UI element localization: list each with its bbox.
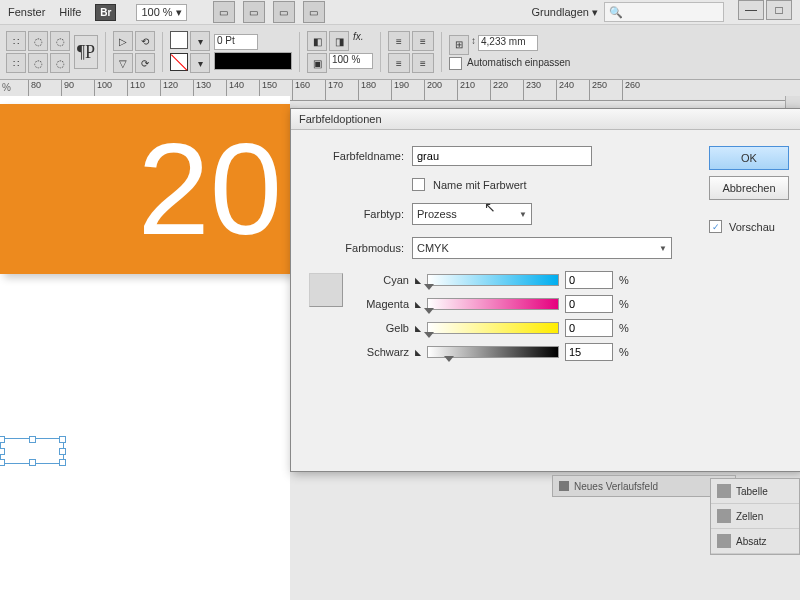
search-input[interactable]: 🔍	[604, 2, 724, 22]
stroke-weight-input[interactable]: 0 Pt	[214, 34, 258, 50]
ruler-unit: %	[2, 82, 11, 93]
tool-b2[interactable]: ◌	[28, 53, 48, 73]
yellow-label: Gelb	[353, 322, 409, 334]
swatch-name-input[interactable]	[412, 146, 592, 166]
tool-b1[interactable]: ∷	[6, 53, 26, 73]
swatches-panel-item[interactable]: Neues Verlaufsfeld	[552, 475, 736, 497]
zoom-dropdown[interactable]: 100 % ▾	[136, 4, 186, 21]
color-preview-swatch	[309, 273, 343, 307]
arrange-icon[interactable]: ▭	[273, 1, 295, 23]
width-input[interactable]: 4,233 mm	[478, 35, 538, 51]
name-label: Farbfeldname:	[309, 150, 404, 162]
right-panels: Tabelle Zellen Absatz	[710, 478, 800, 555]
mode-label: Farbmodus:	[309, 242, 404, 254]
paragraph-tool-icon[interactable]: ¶P	[74, 35, 98, 69]
panel-paragraph[interactable]: Absatz	[711, 529, 799, 554]
cyan-slider[interactable]	[427, 274, 559, 286]
wrap4-icon[interactable]: ≡	[412, 53, 434, 73]
tool-a1[interactable]: ∷	[6, 31, 26, 51]
magenta-label: Magenta	[353, 298, 409, 310]
control-toolbar: ∷◌◌∷◌◌ ¶P ▷⟲▽⟳ ▾▾ 0 Pt ◧◨fx.▣100 % ≡≡≡≡ …	[0, 25, 800, 80]
wrap2-icon[interactable]: ≡	[412, 31, 434, 51]
fill-swatch[interactable]	[170, 31, 188, 49]
selected-frame[interactable]	[0, 438, 64, 464]
black-value-input[interactable]	[565, 343, 613, 361]
document-canvas[interactable]: 20	[0, 96, 290, 600]
stroke-arrow[interactable]: ▾	[190, 53, 210, 73]
black-slider[interactable]	[427, 346, 559, 358]
wrap-icon[interactable]: ≡	[388, 31, 410, 51]
bridge-badge[interactable]: Br	[95, 4, 116, 21]
stroke-style[interactable]	[214, 52, 292, 70]
menu-hilfe[interactable]: Hilfe	[59, 6, 81, 18]
black-label: Schwarz	[353, 346, 409, 358]
frame-fit-icon[interactable]: ⊞	[449, 35, 469, 55]
swatch-options-dialog: Farbfeldoptionen Farbfeldname: Name mit …	[290, 108, 800, 472]
orange-frame[interactable]: 20	[0, 104, 290, 274]
panel-cells[interactable]: Zellen	[711, 504, 799, 529]
rotate2-icon[interactable]: ⟳	[135, 53, 155, 73]
dialog-title: Farbfeldoptionen	[291, 109, 800, 130]
wrap3-icon[interactable]: ≡	[388, 53, 410, 73]
autofit-label: Automatisch einpassen	[467, 57, 570, 70]
magenta-slider[interactable]	[427, 298, 559, 310]
tool-b3[interactable]: ◌	[50, 53, 70, 73]
view-mode-icon[interactable]: ▭	[213, 1, 235, 23]
menu-fenster[interactable]: Fenster	[8, 6, 45, 18]
name-with-value-label: Name mit Farbwert	[433, 179, 527, 191]
tool-a3[interactable]: ◌	[50, 31, 70, 51]
opacity-icon[interactable]: ◧	[307, 31, 327, 51]
cancel-button[interactable]: Abbrechen	[709, 176, 789, 200]
workspace-dropdown[interactable]: Grundlagen ▾	[531, 6, 598, 19]
yellow-value-input[interactable]	[565, 319, 613, 337]
cyan-value-input[interactable]	[565, 271, 613, 289]
name-with-value-checkbox[interactable]	[412, 178, 425, 191]
screen-mode-icon[interactable]: ▭	[243, 1, 265, 23]
tool-a2[interactable]: ◌	[28, 31, 48, 51]
preview-checkbox[interactable]: ✓	[709, 220, 722, 233]
yellow-slider[interactable]	[427, 322, 559, 334]
type-label: Farbtyp:	[309, 208, 404, 220]
effects-icon[interactable]: ◨	[329, 31, 349, 51]
blend-icon[interactable]: ▣	[307, 53, 327, 73]
panel-table[interactable]: Tabelle	[711, 479, 799, 504]
cyan-label: Cyan	[353, 274, 409, 286]
magenta-value-input[interactable]	[565, 295, 613, 313]
rotate-icon[interactable]: ⟲	[135, 31, 155, 51]
minimize-icon[interactable]: —	[738, 0, 764, 20]
opacity-input[interactable]: 100 %	[329, 53, 373, 69]
arrange2-icon[interactable]: ▭	[303, 1, 325, 23]
flip-h-icon[interactable]: ▷	[113, 31, 133, 51]
preview-label: Vorschau	[729, 221, 775, 233]
swatch-arrow[interactable]: ▾	[190, 31, 210, 51]
color-mode-dropdown[interactable]: CMYK	[412, 237, 672, 259]
big-text: 20	[137, 124, 282, 254]
flip-v-icon[interactable]: ▽	[113, 53, 133, 73]
stroke-swatch[interactable]	[170, 53, 188, 71]
maximize-icon[interactable]: □	[766, 0, 792, 20]
autofit-checkbox[interactable]	[449, 57, 462, 70]
ok-button[interactable]: OK	[709, 146, 789, 170]
color-type-dropdown[interactable]: Prozess	[412, 203, 532, 225]
